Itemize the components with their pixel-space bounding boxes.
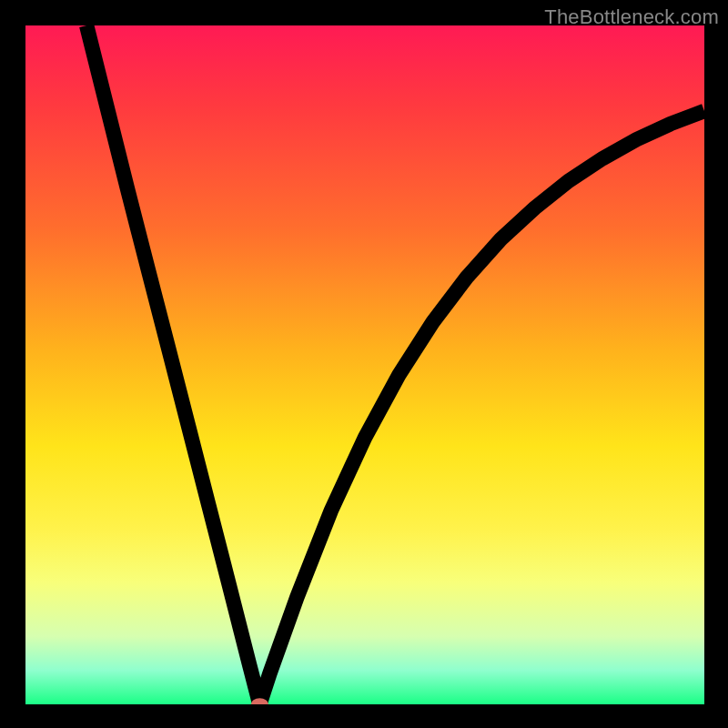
chart-frame: TheBottleneck.com (0, 0, 728, 728)
watermark-label: TheBottleneck.com (544, 5, 719, 29)
bottleneck-curve (86, 25, 704, 704)
plot-area (25, 25, 704, 704)
chart-svg (25, 25, 704, 704)
